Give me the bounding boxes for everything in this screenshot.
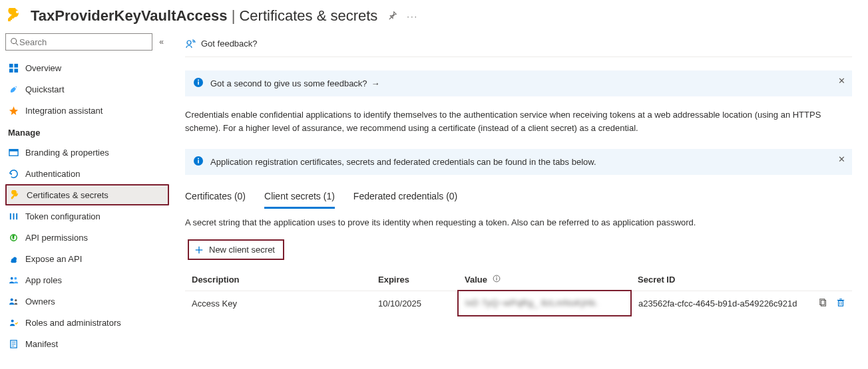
- svg-point-16: [15, 299, 17, 301]
- sidebar-item-label: Authentication: [25, 169, 80, 179]
- svg-rect-2: [9, 63, 13, 67]
- svg-rect-10: [13, 213, 14, 219]
- arrow-right-icon[interactable]: →: [371, 78, 380, 88]
- sidebar-item-label: Certificates & secrets: [27, 190, 108, 200]
- page-title: TaxProviderKeyVaultAccess | Certificates…: [31, 7, 377, 25]
- sidebar-item-overview[interactable]: Overview: [5, 57, 169, 78]
- new-client-secret-button[interactable]: New client secret: [188, 239, 284, 260]
- svg-rect-24: [198, 82, 199, 85]
- tab-client-secrets[interactable]: Client secrets (1): [264, 187, 335, 209]
- svg-point-17: [11, 319, 13, 322]
- sidebar: « Overview Quickstart Integration assist…: [0, 31, 169, 368]
- overview-icon: [8, 62, 19, 73]
- main-content: Got feedback? Got a second to give us so…: [169, 31, 868, 368]
- close-icon[interactable]: ✕: [838, 154, 845, 164]
- collapse-sidebar-icon[interactable]: «: [159, 37, 164, 47]
- svg-point-0: [11, 39, 17, 44]
- svg-point-33: [496, 277, 497, 277]
- svg-point-25: [198, 80, 199, 81]
- cell-expires: 10/10/2025: [371, 291, 458, 316]
- sidebar-item-label: Roles and administrators: [25, 318, 121, 328]
- sidebar-item-roles-admins[interactable]: Roles and administrators: [5, 312, 169, 333]
- more-icon[interactable]: ···: [407, 11, 418, 21]
- svg-rect-11: [16, 213, 17, 219]
- cell-description: Access Key: [185, 291, 371, 316]
- tab-federated-credentials[interactable]: Federated credentials (0): [353, 187, 457, 209]
- sidebar-item-label: API permissions: [25, 233, 88, 243]
- col-value: Value: [458, 269, 631, 291]
- svg-rect-36: [839, 301, 843, 306]
- tabs-info-banner: Application registration certificates, s…: [185, 149, 852, 175]
- svg-point-22: [187, 41, 191, 45]
- banner-text: Application registration certificates, s…: [210, 157, 596, 167]
- page-subtitle: Certificates & secrets: [239, 7, 377, 24]
- sidebar-item-expose-api[interactable]: Expose an API: [5, 248, 169, 269]
- info-icon: [193, 77, 204, 90]
- sidebar-item-certificates-secrets[interactable]: Certificates & secrets: [5, 184, 169, 205]
- sidebar-item-token-config[interactable]: Token configuration: [5, 205, 169, 227]
- svg-rect-27: [198, 160, 199, 164]
- svg-point-28: [198, 158, 199, 160]
- new-secret-label: New client secret: [209, 245, 275, 255]
- col-secret-id: Secret ID: [631, 269, 812, 291]
- search-input[interactable]: [19, 37, 148, 47]
- info-icon: [193, 156, 204, 168]
- sidebar-item-label: Manifest: [25, 339, 58, 349]
- cell-value: lxD 7yQ~wPqRg_ 8zLmNoKjHb.: [458, 291, 631, 316]
- svg-rect-9: [9, 213, 11, 219]
- sidebar-heading-manage: Manage: [5, 121, 169, 142]
- search-input-wrapper[interactable]: [5, 33, 152, 51]
- sidebar-item-label: Owners: [25, 297, 55, 307]
- feedback-label: Got feedback?: [201, 39, 258, 49]
- feedback-link[interactable]: Got feedback?: [185, 31, 852, 57]
- sidebar-item-quickstart[interactable]: Quickstart: [5, 78, 169, 100]
- svg-point-15: [10, 298, 13, 301]
- auth-icon: [8, 168, 19, 179]
- banner-text: Got a second to give us some feedback?: [210, 78, 367, 88]
- sidebar-item-label: Branding & properties: [25, 148, 109, 158]
- approles-icon: [8, 275, 19, 285]
- copy-icon[interactable]: [819, 298, 828, 309]
- sidebar-item-app-roles[interactable]: App roles: [5, 269, 169, 291]
- col-expires: Expires: [371, 269, 458, 291]
- manifest-icon: [8, 338, 19, 349]
- search-icon: [10, 37, 19, 47]
- owners-icon: [8, 296, 19, 307]
- sidebar-item-manifest[interactable]: Manifest: [5, 333, 169, 354]
- app-name: TaxProviderKeyVaultAccess: [31, 7, 228, 24]
- table-header-row: Description Expires Value Secret ID: [185, 269, 852, 291]
- sidebar-item-label: Expose an API: [25, 254, 82, 264]
- sidebar-item-owners[interactable]: Owners: [5, 291, 169, 312]
- sidebar-item-branding[interactable]: Branding & properties: [5, 142, 169, 163]
- svg-point-13: [10, 277, 13, 279]
- feedback-banner: Got a second to give us some feedback? →…: [185, 70, 852, 96]
- svg-point-6: [15, 86, 16, 88]
- svg-rect-3: [14, 63, 18, 67]
- sidebar-item-label: Integration assistant: [25, 106, 103, 116]
- certs-icon: [9, 189, 20, 200]
- sidebar-item-authentication[interactable]: Authentication: [5, 163, 169, 184]
- sidebar-item-label: Overview: [25, 63, 61, 73]
- sidebar-item-api-permissions[interactable]: API permissions: [5, 227, 169, 248]
- rolesadmin-icon: [8, 317, 19, 328]
- plus-icon: [194, 245, 204, 255]
- delete-icon[interactable]: [836, 298, 845, 309]
- svg-point-14: [14, 277, 17, 279]
- close-icon[interactable]: ✕: [838, 76, 845, 86]
- tab-certificates[interactable]: Certificates (0): [185, 187, 246, 209]
- masked-secret-value: lxD 7yQ~wPqRg_ 8zLmNoKjHb.: [465, 298, 598, 308]
- svg-rect-8: [9, 149, 17, 151]
- table-row: Access Key 10/10/2025 lxD 7yQ~wPqRg_ 8zL…: [185, 291, 852, 316]
- branding-icon: [8, 147, 19, 158]
- svg-rect-4: [9, 68, 13, 72]
- page-header: TaxProviderKeyVaultAccess | Certificates…: [0, 0, 868, 31]
- tab-description: A secret string that the application use…: [185, 217, 852, 227]
- info-icon[interactable]: [493, 275, 501, 283]
- key-icon: [5, 7, 24, 25]
- sidebar-item-integration[interactable]: Integration assistant: [5, 100, 169, 121]
- sidebar-item-label: App roles: [25, 275, 62, 285]
- secrets-table: Description Expires Value Secret ID Acce…: [185, 269, 852, 316]
- svg-line-1: [16, 43, 19, 46]
- apiperm-icon: [8, 232, 19, 243]
- pin-icon[interactable]: [388, 11, 397, 22]
